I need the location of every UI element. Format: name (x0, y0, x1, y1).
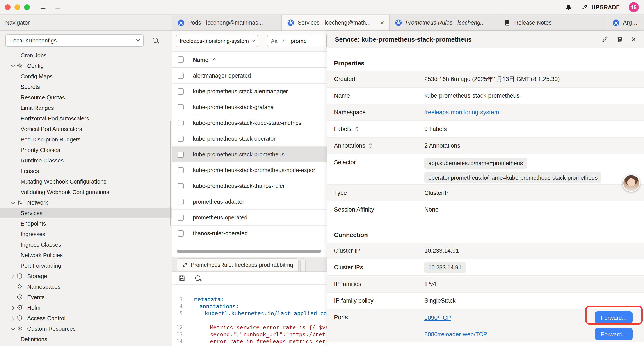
sidebar-item-config-maps[interactable]: Config Maps (0, 71, 172, 81)
table-row[interactable]: prometheus-adapter (172, 194, 326, 210)
table-row[interactable]: kube-prometheus-stack-alertmanager (172, 84, 326, 99)
tab-release-notes[interactable]: Release Notes (498, 15, 607, 30)
expand-labels-icon[interactable] (355, 126, 359, 132)
sidebar-item-resource-quotas[interactable]: Resource Quotas (0, 92, 172, 102)
table-row[interactable]: kube-prometheus-stack-prometheus-node-ex… (172, 162, 326, 178)
horizontal-scrollbar[interactable] (177, 250, 321, 253)
search-icon[interactable] (195, 275, 200, 281)
row-checkbox[interactable] (178, 167, 184, 173)
close-tab-icon[interactable]: × (376, 19, 384, 26)
sidebar-item-horizontal-pod-autoscalers[interactable]: Horizontal Pod Autoscalers (0, 113, 172, 123)
chevron-down-icon (251, 37, 256, 42)
row-checkbox[interactable] (178, 104, 184, 110)
sidebar-item-custom-resources[interactable]: Custom Resources (0, 323, 172, 334)
regex-toggle[interactable]: .* (281, 38, 285, 44)
sidebar-item-access-control[interactable]: Access Control (0, 313, 172, 323)
port-link[interactable]: 8080:reloader-web/TCP (424, 331, 487, 338)
sidebar-item-namespaces[interactable]: Namespaces (0, 281, 172, 292)
tab-argo[interactable]: Argo S (607, 15, 644, 30)
table-row[interactable]: alertmanager-operated (172, 68, 326, 84)
table-row[interactable]: thanos-ruler-operated (172, 226, 326, 241)
table-row[interactable]: kube-prometheus-stack-grafana (172, 99, 326, 115)
sidebar-item-priority-classes[interactable]: Priority Classes (0, 145, 172, 155)
forward-port-button[interactable]: Forward... (595, 311, 632, 324)
port-link[interactable]: 9090/TCP (424, 314, 451, 321)
back-arrow-icon[interactable]: ← (40, 3, 47, 11)
sidebar-item-pod-disruption-budgets[interactable]: Pod Disruption Budgets (0, 134, 172, 145)
notification-count-badge[interactable]: 15 (629, 2, 639, 12)
search-icon[interactable] (152, 38, 158, 43)
select-all-checkbox[interactable] (178, 56, 184, 63)
close-panel-button[interactable]: × (631, 35, 636, 43)
delete-button[interactable] (616, 36, 624, 43)
sidebar-item-runtime-classes[interactable]: Runtime Classes (0, 155, 172, 166)
row-checkbox[interactable] (178, 120, 184, 126)
row-checkbox[interactable] (178, 72, 184, 79)
sidebar-item-network[interactable]: Network (0, 197, 172, 208)
sidebar-item-storage[interactable]: Storage (0, 271, 172, 281)
sidebar-item-ingresses[interactable]: Ingresses (0, 229, 172, 239)
sidebar-item-definitions[interactable]: Definitions (0, 334, 172, 344)
sidebar-item-network-policies[interactable]: Network Policies (0, 250, 172, 260)
table-row[interactable]: kube-prometheus-stack-thanos-ruler (172, 178, 326, 194)
chevron-right-icon[interactable] (9, 315, 16, 322)
sidebar-item-helm[interactable]: Helm (0, 302, 172, 313)
tab-services[interactable]: Services - icecheng@math... × (282, 15, 390, 30)
table-row-selected[interactable]: kube-prometheus-stack-prometheus (172, 147, 326, 162)
sidebar-scrollbar[interactable] (170, 121, 172, 226)
row-checkbox[interactable] (178, 151, 184, 157)
sidebar-item-leases[interactable]: Leases (0, 166, 172, 176)
table-row[interactable]: kube-prometheus-stack-operator (172, 131, 326, 147)
edit-button[interactable] (602, 36, 608, 43)
floating-avatar[interactable] (622, 174, 640, 192)
sidebar-item-endpoints[interactable]: Endpoints (0, 218, 172, 229)
chevron-down-icon[interactable] (9, 325, 16, 332)
namespace-filter-dropdown[interactable]: freeleaps-monitoring-system (176, 34, 258, 47)
chevron-down-icon[interactable] (9, 62, 16, 69)
row-checkbox[interactable] (178, 136, 184, 142)
sidebar-item-limit-ranges[interactable]: Limit Ranges (0, 102, 172, 113)
maximize-window-button[interactable] (24, 4, 30, 10)
sidebar-item-vertical-pod-autoscalers[interactable]: Vertical Pod Autoscalers (0, 123, 172, 134)
sidebar-item-secrets[interactable]: Secrets (0, 81, 172, 92)
sidebar-item-ingress-classes[interactable]: Ingress Classes (0, 239, 172, 250)
tab-pods[interactable]: Pods - icecheng@mathmas... (172, 15, 282, 30)
sidebar-item-port-forwarding[interactable]: Port Forwarding (0, 260, 172, 271)
chevron-right-icon[interactable] (9, 304, 16, 311)
expand-annotations-icon[interactable] (368, 143, 373, 148)
yaml-editor[interactable]: 3metadata: 4annotations: 5kubectl.kubern… (172, 285, 326, 346)
chevron-right-icon[interactable] (9, 272, 16, 280)
chevron-down-icon[interactable] (9, 199, 16, 206)
forward-port-button[interactable]: Forward... (595, 328, 632, 340)
sidebar-item-mutating-webhook-configurations[interactable]: Mutating Webhook Configurations (0, 176, 172, 187)
name-column-header[interactable]: Name (193, 56, 208, 63)
sidebar-item-config[interactable]: Config (0, 60, 172, 71)
row-checkbox[interactable] (178, 199, 184, 205)
forward-arrow-icon[interactable]: → (54, 3, 62, 11)
sidebar-item-validating-webhook-configurations[interactable]: Validating Webhook Configurations (0, 187, 172, 197)
sort-ascending-icon[interactable] (211, 56, 218, 63)
table-row[interactable]: prometheus-operated (172, 210, 326, 226)
row-checkbox[interactable] (178, 88, 184, 94)
sidebar-item-services[interactable]: Services (0, 208, 172, 218)
kubeconfig-selector[interactable]: Local Kubeconfigs (5, 34, 144, 47)
tab-prometheus-rules[interactable]: Prometheus Rules - icecheng... (390, 15, 498, 30)
editor-tab-partial[interactable] (300, 258, 306, 271)
list-search-input[interactable]: Aa .* prome (267, 34, 326, 47)
sidebar-item-cron-jobs[interactable]: Cron Jobs (0, 50, 172, 60)
sidebar-item-events[interactable]: Events (0, 292, 172, 302)
namespace-link[interactable]: freeleaps-monitoring-system (424, 109, 499, 116)
cluster-ip-chip: 10.233.14.91 (424, 262, 466, 273)
row-checkbox[interactable] (178, 230, 184, 236)
editor-tab-prometheusrule[interactable]: PrometheusRule: freeleaps-prod-rabbitmq (177, 258, 299, 271)
minimize-window-button[interactable] (14, 4, 20, 10)
save-icon[interactable] (178, 274, 186, 281)
upgrade-button[interactable]: UPGRADE (581, 3, 620, 11)
match-case-toggle[interactable]: Aa (271, 38, 277, 44)
table-row[interactable]: kube-prometheus-stack-kube-state-metrics (172, 115, 326, 131)
row-checkbox[interactable] (178, 183, 184, 189)
bell-icon[interactable] (565, 4, 572, 11)
row-checkbox[interactable] (178, 214, 184, 221)
connection-row-cluster-ip: Cluster IP 10.233.14.91 (327, 243, 644, 259)
close-window-button[interactable] (5, 4, 10, 10)
